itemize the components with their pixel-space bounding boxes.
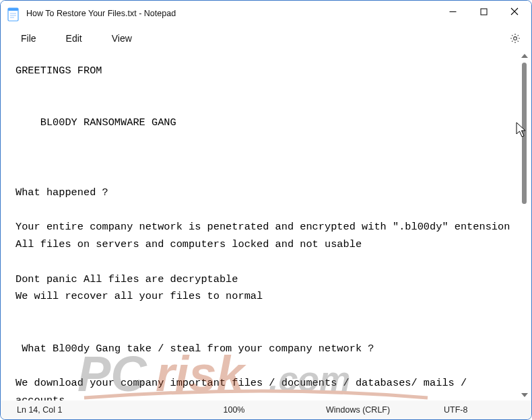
status-cursor-position: Ln 14, Col 1: [7, 405, 149, 415]
settings-button[interactable]: [506, 29, 525, 48]
maximize-button[interactable]: [468, 1, 499, 22]
svg-rect-6: [481, 9, 487, 15]
window-controls: [437, 1, 531, 26]
editor-area: GREETINGS FROM BL00DY RANSOMWARE GANG Wh…: [1, 50, 531, 400]
text-editor[interactable]: GREETINGS FROM BL00DY RANSOMWARE GANG Wh…: [1, 50, 519, 400]
menu-bar: File Edit View: [1, 26, 531, 50]
notepad-window: How To Restore Your Files.txt - Notepad …: [0, 0, 532, 420]
scroll-thumb[interactable]: [522, 63, 527, 204]
scroll-up-arrow-icon[interactable]: [519, 50, 530, 61]
svg-point-9: [514, 37, 517, 40]
scroll-down-arrow-icon[interactable]: [519, 390, 530, 400]
status-bar: Ln 14, Col 1 100% Windows (CRLF) UTF-8: [1, 400, 531, 419]
status-encoding: UTF-8: [437, 405, 525, 415]
menu-file[interactable]: File: [14, 29, 43, 48]
title-bar[interactable]: How To Restore Your Files.txt - Notepad: [1, 1, 531, 26]
status-zoom[interactable]: 100%: [149, 405, 319, 415]
window-title: How To Restore Your Files.txt - Notepad: [26, 9, 176, 18]
notepad-app-icon: [7, 7, 20, 22]
svg-rect-1: [8, 8, 18, 11]
vertical-scrollbar[interactable]: [519, 50, 530, 400]
minimize-button[interactable]: [437, 1, 468, 22]
menu-view[interactable]: View: [105, 29, 139, 48]
menu-edit[interactable]: Edit: [59, 29, 89, 48]
close-button[interactable]: [499, 1, 530, 22]
status-line-ending: Windows (CRLF): [319, 405, 437, 415]
